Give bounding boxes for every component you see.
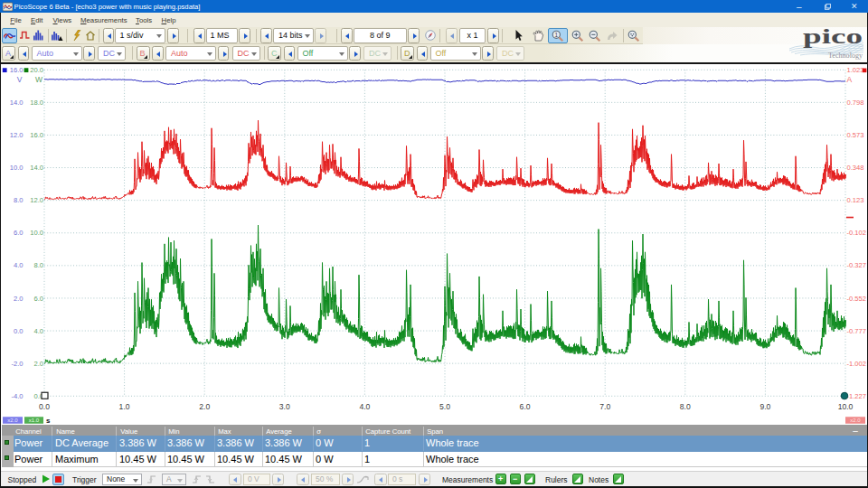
svg-text:-4.0: -4.0 <box>11 392 23 400</box>
svg-text:14.0: 14.0 <box>30 164 43 172</box>
svg-text:-2.0: -2.0 <box>11 360 23 368</box>
svg-text:6.0: 6.0 <box>520 402 531 411</box>
svg-text:8.0: 8.0 <box>14 196 24 204</box>
svg-text:-0.777: -0.777 <box>847 327 867 335</box>
svg-text:20.0: 20.0 <box>30 66 43 74</box>
svg-text:8.0: 8.0 <box>680 402 691 411</box>
svg-text:-0.552: -0.552 <box>847 295 867 303</box>
svg-text:-0.327: -0.327 <box>847 261 867 269</box>
svg-text:10.0: 10.0 <box>838 402 854 411</box>
svg-text:x2.0: x2.0 <box>7 418 18 423</box>
svg-text:0.573: 0.573 <box>847 131 864 139</box>
svg-text:-0.102: -0.102 <box>847 229 867 237</box>
svg-text:0.798: 0.798 <box>847 99 864 107</box>
svg-text:pico: pico <box>803 26 863 48</box>
svg-text:-1.227: -1.227 <box>847 392 867 400</box>
svg-text:Technology: Technology <box>828 52 863 60</box>
svg-text:x2.0: x2.0 <box>850 418 861 423</box>
svg-text:9.0: 9.0 <box>760 402 770 411</box>
svg-text:6.0: 6.0 <box>14 229 24 237</box>
svg-text:4.0: 4.0 <box>359 402 370 411</box>
svg-text:16.0: 16.0 <box>10 66 24 74</box>
svg-text:0.348: 0.348 <box>847 164 864 172</box>
svg-text:A: A <box>847 75 853 84</box>
svg-text:18.0: 18.0 <box>30 99 43 107</box>
svg-text:7.0: 7.0 <box>599 402 610 411</box>
svg-text:12.0: 12.0 <box>30 196 43 204</box>
svg-text:16.0: 16.0 <box>30 131 43 139</box>
svg-text:1: 1 <box>554 31 558 37</box>
svg-text:8.0: 8.0 <box>33 261 43 269</box>
svg-text:2.0: 2.0 <box>199 402 210 411</box>
svg-text:4.0: 4.0 <box>33 327 43 335</box>
svg-text:4.0: 4.0 <box>14 261 24 269</box>
svg-text:s: s <box>46 417 51 425</box>
svg-text:5.0: 5.0 <box>439 402 450 411</box>
svg-text:1.0: 1.0 <box>119 402 130 411</box>
svg-text:2.0: 2.0 <box>14 295 24 303</box>
svg-text:-1.002: -1.002 <box>847 360 867 368</box>
svg-text:0.123: 0.123 <box>847 196 864 204</box>
svg-text:V: V <box>17 75 23 84</box>
svg-text:10.0: 10.0 <box>10 164 24 172</box>
svg-text:10.0: 10.0 <box>30 229 43 237</box>
svg-text:12.0: 12.0 <box>10 131 24 139</box>
svg-text:2.0: 2.0 <box>33 360 43 368</box>
svg-text:1.023: 1.023 <box>847 66 864 74</box>
svg-text:x1.0: x1.0 <box>29 418 40 423</box>
svg-text:0.0: 0.0 <box>14 327 24 335</box>
svg-text:6.0: 6.0 <box>33 295 43 303</box>
svg-text:3.0: 3.0 <box>279 402 290 411</box>
svg-text:0.0: 0.0 <box>39 402 50 411</box>
svg-text:14.0: 14.0 <box>10 99 24 107</box>
svg-text:W: W <box>35 75 42 84</box>
